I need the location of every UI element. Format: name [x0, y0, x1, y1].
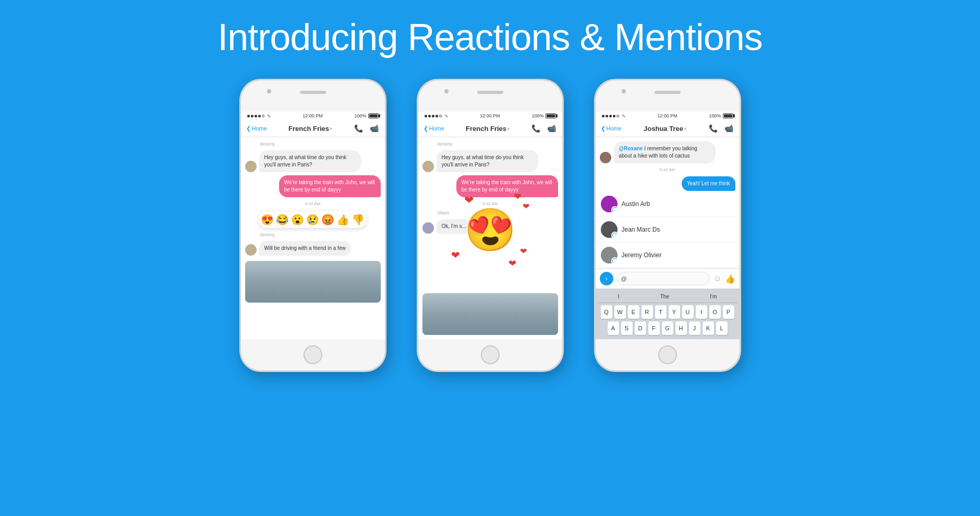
home-button-3[interactable] [658, 345, 677, 364]
jittem-avatar [422, 222, 434, 234]
nav-icons-3: 📞 📹 [708, 123, 734, 134]
back-btn-1[interactable]: Home [246, 125, 267, 132]
back-btn-3[interactable]: Home [601, 125, 622, 132]
key-w[interactable]: W [614, 305, 626, 319]
key-j[interactable]: J [689, 321, 700, 335]
input-bar-3: › @ ☺ 👍 [596, 268, 740, 289]
key-o[interactable]: O [709, 305, 721, 319]
reaction-love[interactable]: 😍 [261, 214, 274, 225]
reaction-angry[interactable]: 😡 [321, 214, 334, 225]
reaction-dislike[interactable]: 👎 [352, 214, 365, 225]
key-t[interactable]: T [655, 305, 667, 319]
home-button-1[interactable] [304, 345, 322, 364]
phone-1-screen: ∿ 12:00 PM 100% Home French Fries › [241, 112, 385, 339]
phone-call-icon-2[interactable]: 📞 [531, 123, 541, 134]
phone-2-top [418, 80, 562, 112]
msg-bubble-sent-3: Yeah! Let me think [682, 176, 735, 191]
status-time-1: 12:00 PM [303, 113, 323, 118]
key-r[interactable]: R [642, 305, 653, 319]
sender-jittem: Jittem [437, 210, 558, 215]
photo-inner-1 [245, 261, 381, 303]
dot2-5 [439, 115, 442, 117]
key-p[interactable]: P [723, 305, 734, 319]
chat-area-3: @Roxane I remember you talking about a h… [596, 137, 740, 191]
phones-container: ∿ 12:00 PM 100% Home French Fries › [240, 79, 741, 371]
dot4 [258, 115, 261, 117]
status-time-3: 12:00 PM [657, 113, 677, 118]
msg-row-partial: Will be driving with a friend in a few [245, 241, 381, 256]
wifi-icon-2: ∿ [444, 113, 449, 118]
chat-title-2: French Fries [466, 125, 506, 133]
reaction-like[interactable]: 👍 [336, 214, 349, 225]
keyboard-rows: Q W E R T Y U I O P A S D [598, 303, 737, 337]
wifi-icon: ∿ [267, 113, 271, 118]
back-btn-2[interactable]: Home [424, 125, 444, 132]
msg-row-received-3: Ok, I'm s... [422, 219, 558, 234]
key-y[interactable]: Y [669, 305, 680, 319]
phone-2: ∿ 12:00 PM 100% Home French Fries › [417, 79, 563, 371]
reaction-sad[interactable]: 😢 [306, 214, 319, 225]
reaction-wow[interactable]: 😮 [291, 214, 304, 225]
chat-area-1: Jeremy Hey guys, at what time do you thi… [241, 137, 385, 339]
phone-1-camera [267, 89, 271, 93]
key-a[interactable]: A [608, 321, 619, 335]
contact-jeanmarc[interactable]: Jean Marc Ds [596, 217, 740, 243]
message-input-3[interactable]: @ [616, 272, 710, 285]
wifi-icon-3: ∿ [622, 113, 626, 118]
title-chevron-3: › [684, 126, 686, 131]
battery-text-1: 100% [354, 113, 366, 118]
video-call-icon-3[interactable]: 📹 [724, 123, 734, 134]
send-button-3[interactable]: › [600, 272, 613, 285]
dot3-5 [616, 115, 619, 117]
dot2-1 [425, 115, 427, 117]
key-g[interactable]: G [662, 321, 673, 335]
key-d[interactable]: D [635, 321, 646, 335]
video-call-icon-1[interactable]: 📹 [369, 123, 380, 134]
key-k[interactable]: K [703, 321, 714, 335]
msg-row-mention: @Roxane I remember you talking about a h… [600, 141, 735, 163]
phone-1-top [241, 80, 385, 112]
contact-austin[interactable]: Austin Arb [596, 191, 740, 217]
photo-inner-2 [422, 293, 558, 335]
phone-2-nav: Home French Fries › 📞 📹 [418, 120, 562, 137]
phone-call-icon-3[interactable]: 📞 [708, 123, 719, 134]
phone-call-icon-1[interactable]: 📞 [354, 123, 364, 134]
title-chevron-2: › [507, 126, 509, 131]
suggestion-the[interactable]: The [656, 293, 673, 301]
dot2-2 [428, 115, 431, 117]
key-l[interactable]: L [716, 321, 728, 335]
contact-jeremy[interactable]: Jeremy Olivier [596, 243, 740, 268]
msg-row-sent-1: We're taking the train with John, we wil… [245, 175, 381, 197]
suggestion-im[interactable]: I'm [706, 293, 721, 301]
home-button-2[interactable] [481, 345, 500, 364]
msg-partial-2: Ok, I'm s... [437, 219, 471, 234]
key-i[interactable]: I [696, 305, 707, 319]
emoji-picker-btn[interactable]: ☺ [713, 274, 721, 283]
msg-bubble-received-2: Hey guys, at what time do you think you'… [437, 150, 538, 172]
jeanmarc-avatar [601, 221, 618, 238]
like-btn[interactable]: 👍 [725, 274, 735, 284]
key-e[interactable]: E [628, 305, 639, 319]
key-s[interactable]: S [621, 321, 633, 335]
phone-1-nav: Home French Fries › 📞 📹 [241, 120, 385, 137]
key-q[interactable]: Q [601, 305, 612, 319]
key-u[interactable]: U [682, 305, 694, 319]
phone-3-nav: Home Joshua Tree › 📞 📹 [596, 120, 740, 137]
sender-jeremy-1: Jeremy [260, 141, 381, 147]
austin-name: Austin Arb [622, 200, 650, 208]
video-call-icon-2[interactable]: 📹 [547, 123, 557, 134]
keyboard-3: I The I'm Q W E R T Y U I O P [596, 289, 740, 339]
phone-2-speaker [477, 91, 503, 94]
sender-jeremy-2: Jeremy [260, 232, 381, 237]
battery-icon-2 [546, 113, 556, 118]
key-f[interactable]: F [648, 321, 660, 335]
chat-title-3: Joshua Tree [644, 125, 683, 133]
suggestion-i[interactable]: I [614, 293, 624, 301]
key-h[interactable]: H [675, 321, 687, 335]
reaction-haha[interactable]: 😂 [276, 214, 289, 225]
battery-area-3: 100% [709, 113, 733, 118]
messenger-badge-jeremy [611, 257, 618, 263]
dot3-2 [606, 115, 608, 117]
roxane-avatar [600, 152, 611, 163]
phone-3-top [596, 80, 740, 112]
